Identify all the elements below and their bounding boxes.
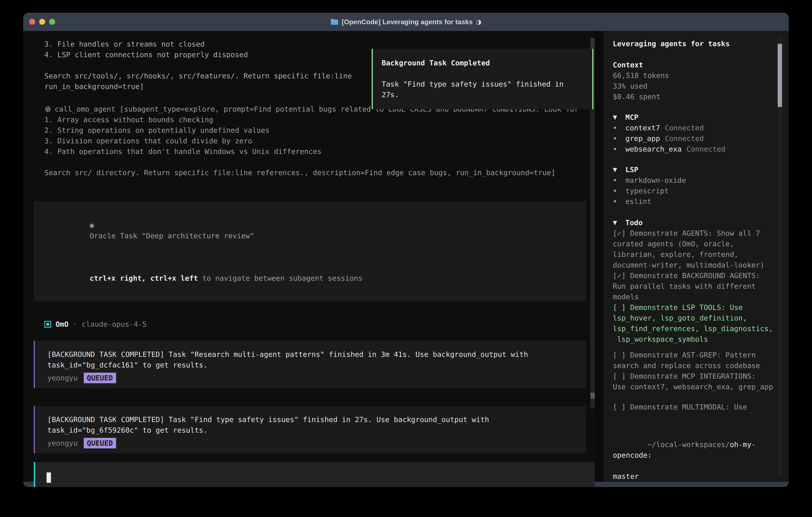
lsp-section: ▼ LSP • markdown-oxide • typescript • es… — [613, 164, 777, 207]
mcp-item: • grep_app Connected — [613, 133, 777, 144]
todo-item: [✓] Demonstrate BACKGROUND AGENTS: Run p… — [613, 270, 777, 302]
workspace-branch: master — [613, 471, 777, 482]
tool-call-line: 1. Array access without bounds checking — [45, 114, 595, 125]
tool-call-line — [45, 157, 595, 167]
mcp-status: Connected — [687, 144, 725, 154]
notification-title: Background Task Completed — [382, 58, 585, 68]
todo-item: [ ] Demonstrate MULTIMODAL: Use — [613, 402, 777, 412]
todo-section: ▼ Todo [✓] Demonstrate AGENTS: Show all … — [613, 217, 777, 412]
agent-model: claude-opus-4-5 — [82, 319, 147, 329]
title-progress-icon: ◑ — [476, 18, 482, 26]
mcp-status: Connected — [665, 133, 704, 144]
lsp-item: • eslint — [613, 196, 777, 207]
titlebar: [OpenCode] Leveraging agents for tasks ◑ — [23, 13, 789, 31]
close-button[interactable] — [29, 19, 35, 25]
workspace-prefix: ~/local-workspaces/ — [647, 440, 730, 448]
oracle-task-title: Oracle Task "Deep architecture review" — [90, 232, 254, 240]
background-task-message[interactable]: [BACKGROUND TASK COMPLETED] Task "Resear… — [34, 341, 586, 388]
agent-session-header[interactable]: OmO · claude-opus-4-5 — [34, 319, 595, 329]
prompt-input[interactable]: OmO Opus 4.5 Anthropic — [34, 462, 595, 487]
chevron-down-icon: ▼ — [613, 112, 626, 123]
status-dot-icon: • — [613, 123, 626, 133]
session-title: Leveraging agents for tasks — [613, 38, 777, 49]
chevron-down-icon: ▼ — [613, 217, 626, 228]
notification-body: Task "Find type safety issues" finished … — [382, 79, 585, 100]
message-text: [BACKGROUND TASK COMPLETED] Task "Find t… — [47, 414, 574, 435]
mcp-item: • context7 Connected — [613, 123, 777, 133]
message-author: yeongyu — [47, 373, 78, 383]
mcp-name: grep_app — [626, 133, 660, 144]
status-dot-icon: • — [613, 196, 626, 207]
tool-call-line: 4. Path operations that don't handle Win… — [45, 146, 595, 157]
status-dot-icon: • — [613, 175, 626, 186]
traffic-lights — [29, 13, 55, 31]
window-title: [OpenCode] Leveraging agents for tasks ◑ — [330, 18, 482, 26]
todo-item: [✓] Demonstrate AGENTS: Show all 7 curat… — [613, 228, 777, 270]
sidebar-scrollbar[interactable] — [778, 37, 782, 475]
agent-separator: · — [73, 319, 77, 329]
context-tokens: 66,518 tokens — [613, 70, 777, 81]
todo-item: [ ] Demonstrate AST-GREP: Pattern search… — [613, 350, 777, 371]
context-section: Context 66,518 tokens 33% used $0.46 spe… — [613, 60, 777, 102]
session-icon: ◉ — [90, 221, 94, 229]
mcp-header-label: MCP — [626, 112, 638, 123]
minimize-button[interactable] — [39, 19, 45, 25]
todo-item: [ ] Demonstrate LSP TOOLS: Use lsp_hover… — [613, 302, 777, 345]
sidebar-scrollbar-thumb[interactable] — [778, 44, 782, 107]
status-badge: QUEUED — [84, 438, 116, 448]
tool-call-line: Search src/ directory. Return specific f… — [45, 167, 595, 178]
lsp-name: eslint — [626, 196, 651, 207]
chat-scrollbar-cap — [590, 38, 595, 49]
window-title-text: [OpenCode] Leveraging agents for tasks — [342, 18, 473, 26]
workspace-path: ~/local-workspaces/oh-my-opencode: maste… — [613, 429, 777, 487]
lsp-name: markdown-oxide — [626, 175, 686, 186]
gear-icon — [45, 106, 52, 113]
agent-name: OmO — [56, 319, 68, 329]
lsp-header-label: LSP — [626, 164, 638, 175]
tool-call-line: 2. String operations on potentially unde… — [45, 125, 595, 136]
message-author: yeongyu — [47, 438, 78, 448]
zoom-button[interactable] — [49, 19, 55, 25]
sidebar: Leveraging agents for tasks Context 66,5… — [603, 31, 789, 482]
text-cursor — [47, 472, 51, 483]
background-task-message[interactable]: [BACKGROUND TASK COMPLETED] Task "Find t… — [34, 406, 586, 454]
todo-header-label: Todo — [626, 217, 643, 228]
mcp-name: websearch_exa — [626, 144, 682, 154]
context-header: Context — [613, 60, 777, 70]
status-dot-icon: • — [613, 186, 626, 196]
lsp-item: • markdown-oxide — [613, 175, 777, 186]
mcp-item: • websearch_exa Connected — [613, 144, 777, 154]
status-badge: QUEUED — [84, 373, 116, 383]
notification-popup[interactable]: Background Task Completed Task "Find typ… — [372, 49, 593, 109]
hint-text: to navigate between subagent sessions — [198, 274, 362, 282]
hint-keys: ctrl+x right, ctrl+x left — [90, 274, 198, 282]
context-spent: $0.46 spent — [613, 91, 777, 102]
log-line: 3. File handles or streams not closed — [45, 39, 595, 49]
todo-item: [ ] Demonstrate MCP INTEGRATIONS: Use co… — [613, 371, 777, 392]
mcp-section-header[interactable]: ▼ MCP — [613, 112, 777, 123]
mcp-name: context7 — [626, 123, 660, 133]
chevron-down-icon: ▼ — [613, 164, 626, 175]
tool-call-line: 3. Division operations that could divide… — [45, 136, 595, 146]
context-used: 33% used — [613, 81, 777, 91]
status-dot-icon: • — [613, 133, 626, 144]
todo-section-header[interactable]: ▼ Todo — [613, 217, 777, 228]
lsp-name: typescript — [626, 186, 669, 196]
chat-scrollbar-thumb[interactable] — [590, 393, 595, 399]
oracle-task-panel[interactable]: ◉ Oracle Task "Deep architecture review"… — [34, 201, 586, 301]
chat-pane: 3. File handles or streams not closed 4.… — [23, 31, 595, 482]
mcp-status: Connected — [665, 123, 704, 133]
lsp-item: • typescript — [613, 186, 777, 196]
agent-icon — [45, 321, 51, 328]
tool-call-block: call_omo_agent [subagent_type=explore, p… — [34, 104, 595, 178]
lsp-section-header[interactable]: ▼ LSP — [613, 164, 777, 175]
mcp-section: ▼ MCP • context7 Connected • grep_app Co… — [613, 112, 777, 154]
status-dot-icon: • — [613, 144, 626, 154]
folder-icon — [330, 19, 339, 25]
message-text: [BACKGROUND TASK COMPLETED] Task "Resear… — [47, 349, 574, 370]
terminal-window: [OpenCode] Leveraging agents for tasks ◑… — [23, 13, 789, 487]
